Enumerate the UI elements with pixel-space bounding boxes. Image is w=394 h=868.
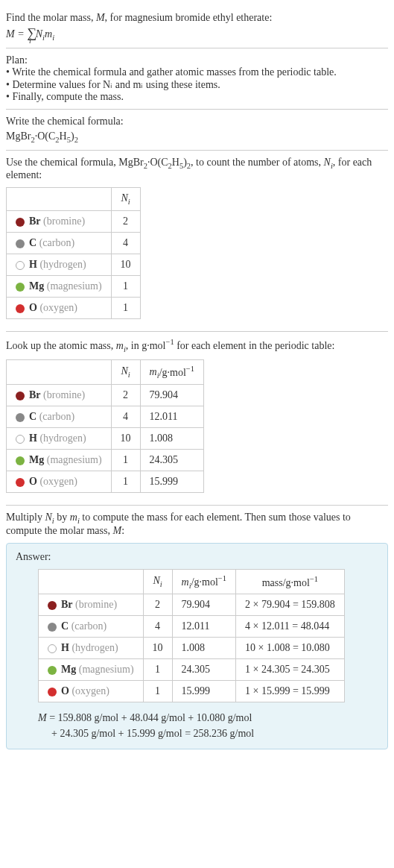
ni-value: 10 (143, 638, 172, 659)
plan-bullet-3: • Finally, compute the mass. (6, 91, 388, 103)
write-formula-section: Write the chemical formula: MgBr2·O(C2H5… (6, 110, 388, 151)
table-row: Mg (magnesium)124.3051 × 24.305 = 24.305 (39, 659, 345, 681)
intro-text: Find the molar mass, M, for magnesium br… (6, 12, 388, 24)
ni-value: 4 (143, 616, 172, 638)
table-row: H (hydrogen)10 (7, 254, 141, 276)
element-symbol: Br (29, 389, 41, 400)
table-row: Br (bromine)279.9042 × 79.904 = 159.808 (39, 594, 345, 616)
element-symbol: Br (61, 599, 73, 610)
table-row: H (hydrogen)101.008 (7, 428, 204, 450)
plan-section: Plan: • Write the chemical formula and g… (6, 48, 388, 110)
element-name: (magnesium) (47, 280, 102, 292)
table-row: O (oxygen)115.999 (7, 471, 204, 493)
oxygen-dot-icon (16, 478, 25, 487)
ni-value: 1 (143, 659, 172, 681)
ni-value: 4 (111, 233, 140, 254)
table-row: Br (bromine)279.904 (7, 385, 204, 406)
element-name: (oxygen) (39, 476, 77, 487)
sum-index: i (29, 37, 31, 45)
ni-value: 10 (111, 254, 140, 276)
element-symbol: O (29, 476, 37, 487)
answer-header-mi: mi/g·mol−1 (172, 569, 235, 594)
intro-suffix: , for magnesium bromide ethyl etherate: (105, 12, 273, 23)
answer-header-blank (39, 569, 144, 594)
element-symbol: O (61, 685, 69, 696)
intro-equation: M = ∑iNimi (6, 25, 388, 42)
element-symbol: Mg (61, 664, 76, 675)
table-row: H (hydrogen)101.00810 × 1.008 = 10.080 (39, 638, 345, 659)
element-symbol: O (29, 302, 37, 313)
final-line-1: = 159.808 g/mol + 48.044 g/mol + 10.080 … (49, 712, 252, 723)
ni-value: 2 (111, 385, 140, 406)
count-header-blank (7, 188, 112, 211)
mi-value: 1.008 (140, 428, 203, 450)
hydrogen-dot-icon (48, 644, 57, 653)
mi-value: 12.011 (140, 406, 203, 428)
ni-value: 1 (111, 450, 140, 471)
mi-value: 15.999 (172, 681, 235, 702)
table-row: C (carbon)412.0114 × 12.011 = 48.044 (39, 616, 345, 638)
lookup-text: Look up the atomic mass, mi, in g·mol−1 … (6, 338, 388, 353)
mass-value: 2 × 79.904 = 159.808 (235, 594, 344, 616)
answer-title: Answer: (16, 551, 378, 563)
oxygen-dot-icon (16, 304, 25, 313)
oxygen-dot-icon (48, 688, 57, 696)
mass-value: 4 × 12.011 = 48.044 (235, 616, 344, 638)
carbon-dot-icon (16, 413, 25, 422)
plan-title: Plan: (6, 54, 388, 66)
mi-value: 1.008 (172, 638, 235, 659)
count-atoms-text: Use the chemical formula, MgBr2·O(C2H5)2… (6, 157, 388, 182)
bromine-dot-icon (16, 391, 25, 400)
count-atoms-section: Use the chemical formula, MgBr2·O(C2H5)2… (6, 151, 388, 333)
multiply-text: Multiply Ni by mi to compute the mass fo… (6, 512, 388, 537)
mass-value: 10 × 1.008 = 10.080 (235, 638, 344, 659)
magnesium-dot-icon (16, 283, 25, 292)
answer-header-ni: Ni (143, 569, 172, 594)
intro-var: M (96, 12, 105, 23)
element-name: (carbon) (72, 620, 107, 632)
ni-value: 1 (143, 681, 172, 702)
element-symbol: C (29, 237, 36, 248)
final-line-2: + 24.305 g/mol + 15.999 g/mol = 258.236 … (51, 726, 378, 741)
table-row: Mg (magnesium)1 (7, 276, 141, 298)
element-symbol: H (29, 259, 37, 270)
mass-value: 1 × 24.305 = 24.305 (235, 659, 344, 681)
ni-value: 1 (111, 276, 140, 298)
count-header-ni: Ni (111, 188, 140, 211)
carbon-dot-icon (48, 623, 57, 632)
element-name: (magnesium) (79, 664, 134, 675)
answer-table: Ni mi/g·mol−1 mass/g·mol−1 Br (bromine)2… (38, 569, 345, 702)
element-name: (hydrogen) (72, 642, 118, 653)
element-name: (hydrogen) (39, 259, 86, 270)
element-name: (bromine) (75, 599, 117, 610)
plan-bullet-1: • Write the chemical formula and gather … (6, 66, 388, 78)
ni-value: 2 (143, 594, 172, 616)
element-name: (oxygen) (72, 685, 109, 696)
element-symbol: Mg (29, 280, 44, 292)
ni-value: 1 (111, 471, 140, 493)
element-name: (bromine) (43, 216, 85, 227)
mass-value: 1 × 15.999 = 15.999 (235, 681, 344, 702)
lookup-header-ni: Ni (111, 359, 140, 384)
intro-prefix: Find the molar mass, (6, 12, 96, 23)
carbon-dot-icon (16, 239, 25, 248)
mi-value: 79.904 (172, 594, 235, 616)
lookup-header-blank (7, 359, 112, 384)
mi-value: 24.305 (172, 659, 235, 681)
mi-value: 79.904 (140, 385, 203, 406)
mi-value: 15.999 (140, 471, 203, 493)
intro-section: Find the molar mass, M, for magnesium br… (6, 6, 388, 48)
count-table: Ni Br (bromine)2 C (carbon)4 H (hydrogen… (6, 187, 141, 319)
mi-value: 24.305 (140, 450, 203, 471)
final-equation: M = 159.808 g/mol + 48.044 g/mol + 10.08… (38, 710, 378, 741)
lookup-header-mi: mi/g·mol−1 (140, 359, 203, 384)
mi-value: 12.011 (172, 616, 235, 638)
element-name: (oxygen) (39, 302, 77, 313)
element-symbol: C (29, 411, 36, 422)
element-symbol: C (61, 620, 69, 632)
multiply-section: Multiply Ni by mi to compute the mass fo… (6, 506, 388, 749)
ni-value: 2 (111, 211, 140, 233)
element-name: (carbon) (39, 237, 74, 248)
magnesium-dot-icon (16, 456, 25, 465)
element-symbol: H (61, 642, 69, 653)
